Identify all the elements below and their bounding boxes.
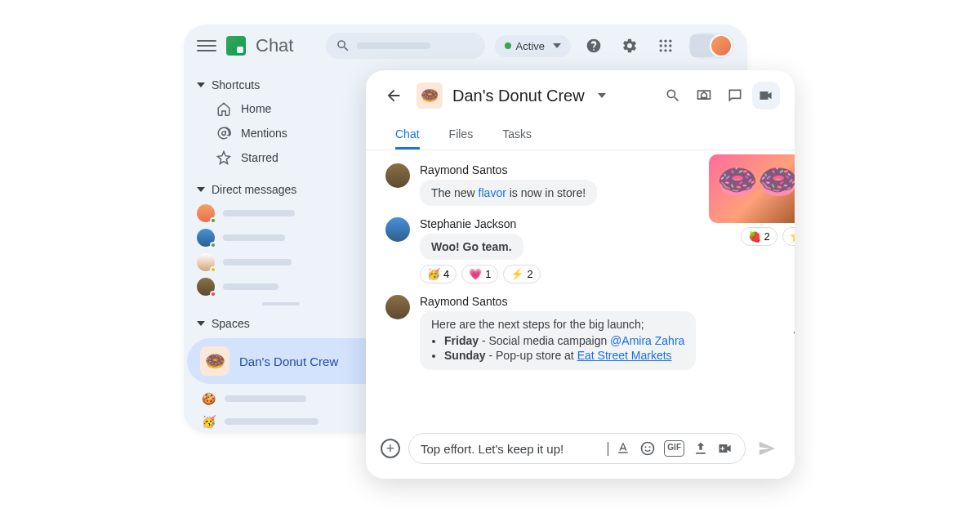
gif-button[interactable]: GIF xyxy=(664,440,684,457)
scroll-indicator xyxy=(262,302,300,306)
svg-point-3 xyxy=(660,44,662,47)
settings-button[interactable] xyxy=(617,33,643,59)
chat-header: 🍩 Dan's Donut Crew xyxy=(366,70,795,121)
chat-bubble-button[interactable] xyxy=(721,82,749,109)
chat-panel: 🍩 Dan's Donut Crew Chat Files Tasks 🍓2 ⭐… xyxy=(366,70,795,479)
svg-point-8 xyxy=(669,49,671,51)
status-pill[interactable]: Active xyxy=(495,35,571,57)
tab-tasks[interactable]: Tasks xyxy=(502,121,532,149)
back-button[interactable] xyxy=(381,83,407,109)
video-attach-icon[interactable] xyxy=(717,440,733,457)
status-dot-icon xyxy=(505,42,511,49)
message: Stephanie Jackson Woo! Go team. 🥳4 💗1 ⚡2 xyxy=(385,217,775,283)
upload-icon[interactable] xyxy=(693,440,709,457)
chevron-down-icon xyxy=(197,83,205,87)
compose-input[interactable]: Top effort. Let's keep it up! GIF xyxy=(408,433,746,464)
message-author: Raymond Santos xyxy=(420,295,775,308)
svg-point-11 xyxy=(649,446,651,448)
reaction-zap[interactable]: ⚡2 xyxy=(503,265,540,283)
mention-link[interactable]: @Amira Zahra xyxy=(610,334,684,347)
space-emoji-icon: 🍪 xyxy=(200,390,216,407)
message: Raymond Santos Here are the next steps f… xyxy=(385,295,775,370)
donut-icon: 🍩 xyxy=(200,346,229,376)
search-input[interactable] xyxy=(326,33,485,59)
eat-street-link[interactable]: Eat Street Markets xyxy=(577,349,672,362)
svg-point-9 xyxy=(642,443,654,455)
app-title: Chat xyxy=(256,35,293,56)
svg-point-5 xyxy=(669,44,671,47)
hamburger-menu-icon[interactable] xyxy=(197,36,216,56)
space-emoji-icon: 🥳 xyxy=(200,413,216,430)
help-button[interactable] xyxy=(581,33,607,59)
search-placeholder-skeleton xyxy=(357,42,430,49)
topbar: Chat Active xyxy=(184,25,747,67)
svg-point-1 xyxy=(664,40,666,42)
user-avatar xyxy=(710,34,733,57)
donut-image-attachment[interactable] xyxy=(709,154,795,223)
tab-chat[interactable]: Chat xyxy=(395,121,420,149)
video-call-button[interactable] xyxy=(752,82,780,109)
add-attachment-button[interactable]: + xyxy=(381,439,400,458)
reactions: 🥳4 💗1 ⚡2 xyxy=(420,265,775,283)
svg-point-4 xyxy=(664,44,666,47)
reaction-heart[interactable]: 💗1 xyxy=(461,265,498,283)
message-list: 🍓2 ⭐1 🚀 Raymond Santos The new flavor is… xyxy=(366,150,795,423)
present-button[interactable] xyxy=(690,82,718,109)
reaction-party[interactable]: 🥳4 xyxy=(420,265,457,283)
chat-logo-icon xyxy=(226,36,246,56)
reaction-star[interactable]: ⭐1 xyxy=(782,227,795,246)
image-reactions: 🍓2 ⭐1 xyxy=(741,227,795,246)
donut-icon: 🍩 xyxy=(416,83,443,109)
compose-text[interactable]: Top effort. Let's keep it up! xyxy=(421,442,608,456)
svg-point-6 xyxy=(660,49,662,51)
message-bubble: Here are the next steps for the big laun… xyxy=(420,311,696,370)
flavor-link[interactable]: flavor xyxy=(479,186,506,199)
account-switcher[interactable] xyxy=(688,33,734,59)
search-in-chat-button[interactable] xyxy=(659,82,687,109)
search-icon xyxy=(336,38,350,53)
rocket-icon: 🚀 xyxy=(791,310,795,350)
chat-title: Dan's Donut Crew xyxy=(452,87,585,105)
message-bubble: Woo! Go team. xyxy=(420,234,523,260)
avatar xyxy=(385,163,410,188)
svg-point-10 xyxy=(645,446,647,448)
composer: + Top effort. Let's keep it up! GIF xyxy=(366,423,795,479)
chevron-down-icon[interactable] xyxy=(598,93,606,98)
apps-grid-button[interactable] xyxy=(653,33,679,59)
svg-point-7 xyxy=(664,49,666,51)
svg-point-2 xyxy=(669,40,671,42)
chevron-down-icon xyxy=(197,321,205,326)
reaction-strawberry[interactable]: 🍓2 xyxy=(741,227,777,246)
format-text-icon[interactable] xyxy=(615,440,631,457)
status-text: Active xyxy=(516,40,545,52)
avatar xyxy=(385,217,410,242)
chevron-down-icon xyxy=(553,43,561,48)
chevron-down-icon xyxy=(197,187,205,192)
avatar xyxy=(385,295,410,319)
message-bubble: The new flavor is now in store! xyxy=(420,180,597,206)
tabs: Chat Files Tasks xyxy=(366,121,795,150)
send-button[interactable] xyxy=(754,435,780,462)
tab-files[interactable]: Files xyxy=(449,121,474,149)
emoji-icon[interactable] xyxy=(639,440,656,457)
svg-point-0 xyxy=(660,40,662,42)
